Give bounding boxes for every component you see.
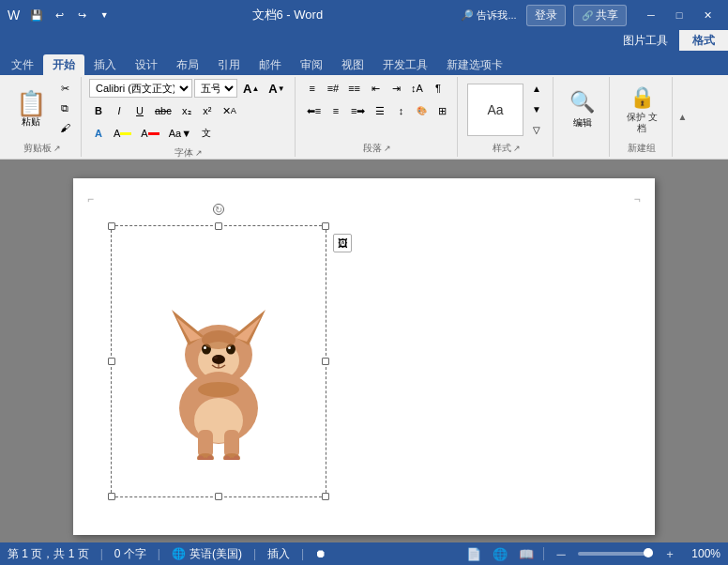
copy-button[interactable]: ⧉	[54, 99, 75, 117]
tab-developer[interactable]: 开发工具	[373, 54, 437, 75]
align-center-button[interactable]: ≡	[326, 101, 345, 120]
insert-mode[interactable]: 插入	[267, 546, 290, 562]
multilevel-button[interactable]: ≡≡	[344, 79, 364, 98]
handle-middle-left[interactable]	[108, 358, 115, 365]
save-quick-btn[interactable]: 💾	[27, 6, 46, 24]
font-size-select[interactable]: 五号	[194, 79, 237, 98]
zoom-in-btn[interactable]: +	[660, 544, 679, 563]
justify-button[interactable]: ☰	[371, 101, 389, 120]
share-button[interactable]: 🔗 共享	[573, 5, 627, 26]
align-right-button[interactable]: ≡➡	[347, 101, 369, 120]
handle-bottom-middle[interactable]	[215, 493, 222, 500]
subscript-button[interactable]: x₂	[177, 101, 196, 120]
handle-top-right[interactable]	[322, 222, 329, 230]
increase-font-btn[interactable]: A▲	[239, 79, 263, 98]
tab-new[interactable]: 新建选项卡	[437, 54, 512, 75]
styles-expand-icon[interactable]: ↗	[513, 144, 521, 153]
text-effect-button[interactable]: A	[89, 124, 108, 143]
tab-references[interactable]: 引用	[208, 54, 250, 75]
ribbon-toolbar: 📋 粘贴 ✂ ⧉ 🖌 剪贴板 ↗ Calibri (西文正文) 五号	[0, 75, 728, 160]
language-indicator[interactable]: 🌐 英语(美国)	[172, 546, 242, 562]
format-painter-button[interactable]: 🖌	[54, 118, 75, 137]
view-web-btn[interactable]: 🌐	[491, 544, 509, 563]
minimize-button[interactable]: ─	[638, 0, 664, 30]
close-button[interactable]: ✕	[694, 0, 720, 30]
editing-label: 编辑	[573, 116, 592, 130]
image-container[interactable]: ↻ 🖼	[111, 225, 326, 497]
strikethrough-button[interactable]: abc	[151, 101, 175, 120]
protect-group: 🔒 保护 文档 新建组	[612, 77, 673, 157]
restore-button[interactable]: □	[666, 0, 692, 30]
svg-point-13	[214, 357, 218, 359]
decrease-indent-button[interactable]: ⇤	[366, 79, 385, 98]
tab-design[interactable]: 设计	[126, 54, 167, 75]
zoom-out-btn[interactable]: ─	[552, 544, 570, 563]
zoom-slider[interactable]	[578, 552, 653, 556]
font-name-select[interactable]: Calibri (西文正文)	[89, 79, 192, 98]
tab-home[interactable]: 开始	[43, 54, 84, 75]
borders-button[interactable]: ⊞	[432, 101, 451, 120]
paragraph-expand-icon[interactable]: ↗	[384, 144, 391, 153]
protect-icon: 🔒	[629, 85, 655, 110]
styles-group: Aa ▲ ▼ ▽ 样式 ↗	[460, 77, 554, 157]
clipboard-expand-icon[interactable]: ↗	[53, 144, 61, 153]
editing-button[interactable]: 🔍 编辑	[561, 85, 603, 134]
svg-point-9	[204, 346, 206, 349]
cut-button[interactable]: ✂	[54, 79, 75, 98]
increase-indent-button[interactable]: ⇥	[387, 79, 405, 98]
change-case-button[interactable]: Aa▼	[165, 124, 195, 143]
numbering-button[interactable]: ≡#	[324, 79, 343, 98]
italic-button[interactable]: I	[110, 101, 129, 120]
bold-button[interactable]: B	[89, 101, 108, 120]
tab-file[interactable]: 文件	[2, 54, 43, 75]
ribbon-expand-btn[interactable]: ▲	[675, 77, 690, 157]
page-count: 第 1 页，共 1 页	[8, 546, 89, 562]
rotate-handle[interactable]: ↻	[213, 204, 224, 215]
highlight-button[interactable]: A	[110, 124, 135, 143]
login-button[interactable]: 登录	[526, 5, 566, 26]
tell-word-area[interactable]: 🔎 告诉我...	[461, 8, 516, 23]
ribbon-tabs: 文件 开始 插入 设计 布局 引用 邮件 审阅 视图 开发工具 新建选项卡	[0, 51, 728, 75]
picture-tools-label: 图片工具	[612, 30, 679, 51]
svg-point-15	[202, 330, 235, 349]
decrease-font-btn[interactable]: A▼	[265, 79, 288, 98]
handle-bottom-right[interactable]	[322, 493, 329, 500]
tab-mail[interactable]: 邮件	[250, 54, 291, 75]
paste-button[interactable]: 📋 粘贴	[9, 79, 53, 140]
layout-icon: 🖼	[338, 237, 348, 249]
style-expand[interactable]: ▽	[527, 121, 546, 140]
clear-format-button[interactable]: ✕A	[219, 101, 240, 120]
handle-top-middle[interactable]	[215, 222, 222, 230]
font-color-button[interactable]: A	[137, 124, 162, 143]
redo-quick-btn[interactable]: ↪	[72, 6, 91, 24]
view-print-btn[interactable]: 📄	[464, 544, 483, 563]
handle-top-left[interactable]	[108, 222, 115, 230]
sort-button[interactable]: ↕A	[407, 79, 427, 98]
handle-middle-right[interactable]	[322, 358, 329, 365]
bullets-button[interactable]: ≡	[303, 79, 322, 98]
phonetic-button[interactable]: 文	[197, 124, 216, 143]
tab-view[interactable]: 视图	[332, 54, 373, 75]
style-scroll-up[interactable]: ▲	[527, 80, 546, 99]
layout-options-button[interactable]: 🖼	[333, 234, 352, 252]
macro-indicator[interactable]: ⏺	[315, 547, 326, 560]
show-marks-button[interactable]: ¶	[429, 79, 447, 98]
protect-doc-button[interactable]: 🔒 保护 文档	[617, 81, 666, 139]
superscript-button[interactable]: x²	[198, 101, 217, 120]
align-left-button[interactable]: ⬅≡	[303, 101, 325, 120]
tab-review[interactable]: 审阅	[291, 54, 332, 75]
undo-quick-btn[interactable]: ↩	[50, 6, 68, 24]
document-page[interactable]: ⌐ ⌐ ↻ 🖼	[73, 178, 655, 535]
style-preview-box[interactable]: Aa	[467, 84, 523, 136]
handle-bottom-left[interactable]	[108, 493, 115, 500]
format-tab-active[interactable]: 格式	[679, 30, 728, 51]
tab-layout[interactable]: 布局	[167, 54, 208, 75]
view-read-btn[interactable]: 📖	[517, 544, 536, 563]
tab-insert[interactable]: 插入	[84, 54, 126, 75]
font-expand-icon[interactable]: ↗	[195, 148, 203, 158]
shading-button[interactable]: 🎨	[412, 101, 431, 120]
line-spacing-button[interactable]: ↕	[391, 101, 410, 120]
style-scroll-down[interactable]: ▼	[527, 100, 546, 119]
underline-button[interactable]: U	[130, 101, 149, 120]
customize-quick-btn[interactable]: ▼	[95, 6, 114, 24]
